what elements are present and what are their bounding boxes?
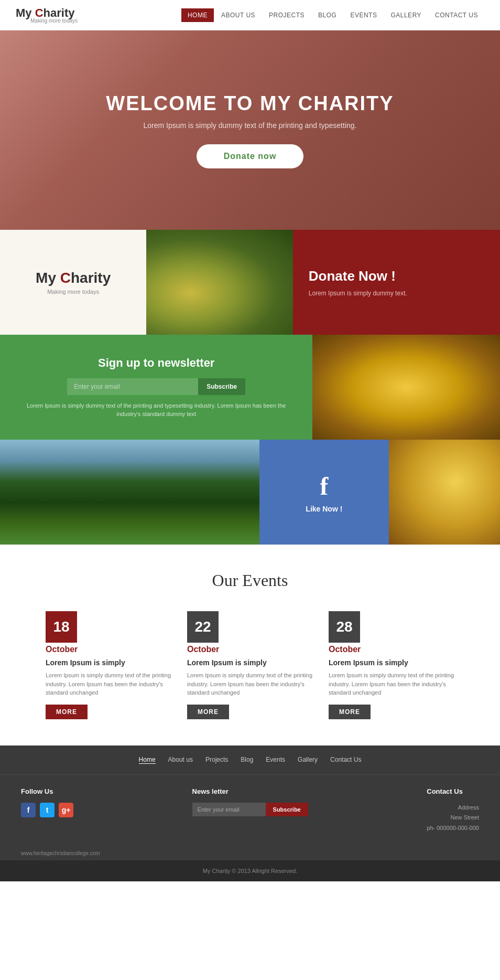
footer-nav-contact[interactable]: Contact Us bbox=[330, 756, 361, 764]
footer-nav-events[interactable]: Events bbox=[266, 756, 285, 764]
footer-nav-blog[interactable]: Blog bbox=[241, 756, 253, 764]
grass-image-panel bbox=[0, 440, 259, 545]
footer-follow-heading: Follow Us bbox=[21, 787, 73, 795]
nav-projects[interactable]: PROJECTS bbox=[263, 8, 311, 22]
grass-fb-row: f Like Now ! bbox=[0, 440, 500, 545]
newsletter-form: Subscribe bbox=[67, 378, 245, 395]
footer-contact-col: Contact Us Address New Street ph- 000000… bbox=[427, 787, 479, 834]
site-header: My Charity Making more todays HOME ABOUT… bbox=[0, 0, 500, 30]
event-card-3: 28 October Lorem Ipsum is simply Lorem I… bbox=[329, 611, 454, 719]
mid-image bbox=[146, 230, 292, 335]
footer-nav-projects[interactable]: Projects bbox=[205, 756, 228, 764]
event-more-button-1[interactable]: MORE bbox=[46, 705, 88, 719]
site-footer: Home About us Projects Blog Events Galle… bbox=[0, 745, 500, 881]
facebook-like-label[interactable]: Like Now ! bbox=[306, 505, 342, 513]
event-more-button-3[interactable]: MORE bbox=[329, 705, 371, 719]
footer-nav-gallery[interactable]: Gallery bbox=[298, 756, 318, 764]
footer-bottom: Follow Us f t g+ News letter Subscribe C… bbox=[0, 775, 500, 846]
hero-content: WELCOME TO MY CHARITY Lorem Ipsum is sim… bbox=[106, 92, 394, 168]
mid-image-panel bbox=[146, 230, 292, 335]
mid-logo-panel: My Charity Making more todays bbox=[0, 230, 146, 335]
events-section: Our Events 18 October Lorem Ipsum is sim… bbox=[0, 545, 500, 745]
footer-social: f t g+ bbox=[21, 803, 73, 817]
twitter-social-icon[interactable]: t bbox=[40, 803, 55, 817]
event-title-3: Lorem Ipsum is simply bbox=[329, 658, 454, 667]
main-nav: HOME ABOUT US PROJECTS BLOG EVENTS GALLE… bbox=[181, 8, 484, 22]
event-text-1: Lorem Ipsum is simply dummy text of the … bbox=[46, 671, 171, 697]
mid-donate-title: Donate Now ! bbox=[309, 268, 396, 284]
footer-contact-address: Address New Street ph- 000000-000-000 bbox=[427, 803, 479, 834]
event-text-3: Lorem Ipsum is simply dummy text of the … bbox=[329, 671, 454, 697]
newsletter-description: Lorem Ipsum is simply dummy text of the … bbox=[16, 401, 297, 419]
autumn-image bbox=[312, 335, 500, 440]
footer-newsletter-input[interactable] bbox=[192, 803, 266, 816]
newsletter-email-input[interactable] bbox=[67, 378, 198, 395]
hero-title: WELCOME TO MY CHARITY bbox=[106, 92, 394, 115]
footer-nav: Home About us Projects Blog Events Galle… bbox=[0, 745, 500, 775]
extra-image-panel bbox=[389, 440, 500, 545]
logo: My Charity Making more todays bbox=[16, 6, 78, 24]
footer-copyright: My Charity © 2013 Allright Reserved. bbox=[0, 860, 500, 881]
nav-blog[interactable]: BLOG bbox=[312, 8, 343, 22]
mid-logo-text: My Charity bbox=[36, 270, 111, 286]
events-grid: 18 October Lorem Ipsum is simply Lorem I… bbox=[31, 611, 469, 719]
hero-section: WELCOME TO MY CHARITY Lorem Ipsum is sim… bbox=[0, 30, 500, 230]
footer-newsletter-col: News letter Subscribe bbox=[192, 787, 308, 834]
event-month-1: October bbox=[46, 645, 171, 654]
footer-street-line: New Street bbox=[427, 813, 479, 823]
event-date-box-1: 18 bbox=[46, 611, 77, 643]
mid-donate-panel: Donate Now ! Lorem Ipsum is simply dummy… bbox=[293, 230, 500, 335]
footer-website: www.heritagechristiancollege.com bbox=[0, 846, 500, 860]
event-day-2: 22 bbox=[194, 619, 211, 635]
nav-gallery[interactable]: GALLERY bbox=[384, 8, 428, 22]
event-day-3: 28 bbox=[336, 619, 352, 635]
event-more-button-2[interactable]: MORE bbox=[187, 705, 229, 719]
event-month-3: October bbox=[329, 645, 454, 654]
event-card-1: 18 October Lorem Ipsum is simply Lorem I… bbox=[46, 611, 171, 719]
footer-newsletter-button[interactable]: Subscribe bbox=[266, 803, 308, 816]
mid-logo-tagline: Making more todays bbox=[47, 289, 99, 295]
nav-about[interactable]: ABOUT US bbox=[215, 8, 262, 22]
googleplus-social-icon[interactable]: g+ bbox=[59, 803, 73, 817]
newsletter-row: Sign up to newsletter Subscribe Lorem Ip… bbox=[0, 335, 500, 440]
mid-section: My Charity Making more todays Donate Now… bbox=[0, 230, 500, 335]
event-title-2: Lorem Ipsum is simply bbox=[187, 658, 313, 667]
newsletter-subscribe-button[interactable]: Subscribe bbox=[198, 378, 245, 395]
footer-newsletter-form: Subscribe bbox=[192, 803, 308, 816]
footer-phone-line: ph- 000000-000-000 bbox=[427, 823, 479, 834]
nav-contact[interactable]: CONTACT US bbox=[429, 8, 484, 22]
hero-subtitle: Lorem Ipsum is simply dummy text of the … bbox=[106, 121, 394, 130]
nav-events[interactable]: EVENTS bbox=[344, 8, 383, 22]
events-section-title: Our Events bbox=[31, 571, 469, 590]
footer-newsletter-heading: News letter bbox=[192, 787, 308, 795]
facebook-panel: f Like Now ! bbox=[259, 440, 389, 545]
facebook-social-icon[interactable]: f bbox=[21, 803, 36, 817]
footer-address-line: Address bbox=[427, 803, 479, 813]
event-text-2: Lorem Ipsum is simply dummy text of the … bbox=[187, 671, 313, 697]
event-card-2: 22 October Lorem Ipsum is simply Lorem I… bbox=[187, 611, 313, 719]
event-date-box-2: 22 bbox=[187, 611, 219, 643]
footer-follow-col: Follow Us f t g+ bbox=[21, 787, 73, 834]
donate-now-button[interactable]: Donate now bbox=[197, 144, 304, 168]
nav-home[interactable]: HOME bbox=[181, 8, 214, 22]
event-month-2: October bbox=[187, 645, 313, 654]
extra-image bbox=[389, 440, 500, 545]
event-date-box-3: 28 bbox=[329, 611, 360, 643]
footer-nav-home[interactable]: Home bbox=[139, 756, 156, 764]
newsletter-title: Sign up to newsletter bbox=[98, 356, 214, 370]
newsletter-panel: Sign up to newsletter Subscribe Lorem Ip… bbox=[0, 335, 312, 440]
event-day-1: 18 bbox=[53, 619, 69, 635]
footer-nav-about[interactable]: About us bbox=[168, 756, 193, 764]
grass-image bbox=[0, 440, 259, 545]
mid-donate-text: Lorem Ipsum is simply dummy text. bbox=[309, 290, 407, 297]
footer-contact-heading: Contact Us bbox=[427, 787, 479, 795]
event-title-1: Lorem Ipsum is simply bbox=[46, 658, 171, 667]
autumn-image-panel bbox=[312, 335, 500, 440]
facebook-icon: f bbox=[320, 472, 328, 500]
